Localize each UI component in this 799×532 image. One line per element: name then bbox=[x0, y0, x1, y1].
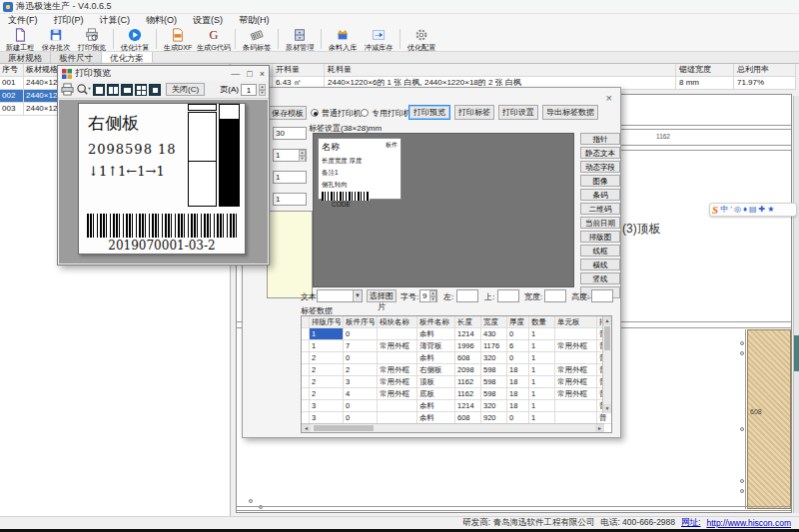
column-header[interactable]: 数量 bbox=[529, 316, 555, 327]
label-setting-input-2[interactable]: 1 bbox=[273, 171, 307, 184]
tool-button-3[interactable]: 图像 bbox=[580, 175, 620, 187]
website-link[interactable]: http://www.hiscon.com bbox=[706, 518, 791, 528]
column-header[interactable]: 板件名称 bbox=[417, 316, 455, 327]
text-combobox[interactable]: ▼ bbox=[317, 289, 363, 302]
tool-button-8[interactable]: 线框 bbox=[580, 245, 620, 257]
toolbar-button-material-manage[interactable]: 原材管理 bbox=[282, 27, 318, 51]
label-setting-input-3[interactable]: 1 bbox=[273, 193, 307, 206]
scroll-up-icon[interactable]: ▲ bbox=[603, 316, 611, 325]
toolbar-button-offcut-inbound[interactable]: 余料入库 bbox=[325, 27, 361, 51]
ime-toolbar[interactable]: S 中’◎♦▤✚★ bbox=[709, 203, 797, 217]
print-settings-button[interactable]: 打印设置 bbox=[498, 105, 538, 120]
tool-button-4[interactable]: 条码 bbox=[580, 189, 620, 201]
label-setting-input-0[interactable]: 30 bbox=[273, 127, 307, 140]
column-header[interactable]: 排版序号 bbox=[310, 316, 344, 327]
zoom-dropdown-icon[interactable] bbox=[76, 83, 91, 96]
top-input[interactable] bbox=[497, 289, 519, 302]
col-utilization[interactable]: 总利用率 bbox=[734, 64, 796, 76]
print-preview-button[interactable]: 打印预览 bbox=[408, 105, 450, 120]
menu-item-2[interactable]: 计算(C) bbox=[92, 14, 139, 27]
drawing-vscrollbar[interactable] bbox=[793, 96, 799, 513]
tool-button-5[interactable]: 二维码 bbox=[580, 203, 620, 215]
column-header[interactable]: 单元板 bbox=[555, 316, 597, 327]
column-header[interactable]: 模块名称 bbox=[378, 316, 417, 327]
tool-button-1[interactable]: 静态文本 bbox=[580, 147, 620, 159]
template-note-field[interactable]: 备注1 bbox=[322, 168, 392, 177]
scroll-right-icon[interactable]: ► bbox=[595, 424, 604, 432]
label-data-row-6[interactable]: 30余料1214320181普 bbox=[302, 400, 611, 412]
tool-button-0[interactable]: 指针 bbox=[580, 133, 620, 145]
tool-button-10[interactable]: 竖线 bbox=[580, 272, 620, 284]
toolbar-button-new-project[interactable]: 新建工程 bbox=[2, 27, 38, 51]
label-data-row-1[interactable]: 17常用外框薄背板1996117661常用外框普 bbox=[302, 340, 611, 352]
close-icon[interactable]: × bbox=[260, 69, 265, 79]
label-design-canvas[interactable]: 名称 板件 长度宽度 厚度 备注1 侧孔转向 CODE bbox=[313, 133, 574, 287]
normal-printer-radio[interactable]: 普通打印机 bbox=[311, 106, 362, 120]
width-input[interactable] bbox=[544, 289, 566, 302]
fit-width-view-icon[interactable] bbox=[121, 84, 133, 96]
template-code-field[interactable]: CODE bbox=[322, 201, 398, 208]
toolbar-button-barcode-label[interactable]: 条码标签 bbox=[239, 27, 275, 51]
stepper-arrows-icon[interactable]: ▲▼ bbox=[299, 150, 306, 161]
scrollbar-thumb[interactable] bbox=[314, 425, 374, 431]
print-icon[interactable] bbox=[61, 83, 74, 96]
col-kerf-width[interactable]: 锯缝宽度 bbox=[676, 64, 734, 76]
export-label-data-button[interactable]: 导出标签数据 bbox=[542, 105, 598, 120]
save-template-button[interactable]: 保存模板 bbox=[269, 106, 307, 120]
template-layout-field[interactable]: 板件 bbox=[386, 141, 398, 150]
menu-item-5[interactable]: 帮助(H) bbox=[231, 14, 278, 27]
scroll-down-icon[interactable]: ▼ bbox=[603, 404, 611, 413]
label-setting-input-1[interactable]: 1▲▼ bbox=[273, 149, 307, 162]
full-page-view-icon[interactable] bbox=[149, 84, 161, 96]
menu-item-0[interactable]: 文件(F) bbox=[0, 14, 46, 27]
label-data-row-0[interactable]: 10余料121443001普 bbox=[302, 328, 611, 340]
menu-item-3[interactable]: 物料(O) bbox=[138, 14, 185, 27]
tab-2[interactable]: 优化方案 bbox=[102, 52, 153, 63]
label-data-row-2[interactable]: 20余料60832001普 bbox=[302, 352, 611, 364]
template-holes-field[interactable]: 侧孔转向 bbox=[322, 180, 392, 189]
tool-button-9[interactable]: 横线 bbox=[580, 259, 620, 270]
label-data-row-3[interactable]: 22常用外框右侧板2098598181常用外框普 bbox=[302, 364, 611, 376]
toolbar-button-generate-gcode[interactable]: G生成G代码 bbox=[196, 27, 232, 51]
maximize-icon[interactable]: □ bbox=[247, 69, 252, 79]
column-header[interactable]: 厚度 bbox=[507, 316, 529, 327]
page-stepper-icon[interactable]: ▲▼ bbox=[259, 84, 266, 96]
left-input[interactable] bbox=[456, 289, 478, 302]
stepper-arrows-icon[interactable]: ▲▼ bbox=[429, 290, 436, 301]
toolbar-button-save-batch[interactable]: 保存批次 bbox=[38, 27, 74, 51]
dialog-close-icon[interactable]: × bbox=[606, 92, 612, 104]
offcut-panel[interactable] bbox=[747, 329, 791, 509]
col-serial[interactable]: 序号 bbox=[0, 64, 24, 76]
column-header[interactable]: 宽度 bbox=[481, 316, 507, 327]
font-size-stepper[interactable]: 9 ▲▼ bbox=[419, 289, 437, 302]
scrollbar-thumb[interactable] bbox=[604, 326, 610, 350]
zh-mode-icon[interactable]: 中 bbox=[720, 204, 728, 216]
template-dims-field[interactable]: 长度宽度 厚度 bbox=[322, 156, 392, 165]
preview-close-button[interactable]: 关闭(C) bbox=[166, 83, 205, 96]
emoji-icon[interactable]: ◎ bbox=[734, 204, 741, 216]
two-page-view-icon[interactable] bbox=[107, 84, 119, 96]
toolbar-button-print-preview[interactable]: 打印预览 bbox=[74, 27, 110, 51]
table-vscrollbar[interactable]: ▲▼ bbox=[602, 316, 611, 413]
special-printer-radio[interactable]: 专用打印机 bbox=[361, 106, 411, 120]
tool-button-7[interactable]: 排版图 bbox=[580, 231, 620, 243]
template-name-field[interactable]: 名称 bbox=[322, 142, 340, 152]
menu-item-4[interactable]: 设置(S) bbox=[185, 14, 231, 27]
mic-icon[interactable]: ♦ bbox=[743, 204, 747, 216]
col-material-used[interactable]: 耗料量 bbox=[325, 64, 676, 76]
col-cut-amount[interactable]: 开料量 bbox=[273, 64, 325, 76]
skin-icon[interactable]: ★ bbox=[767, 204, 774, 216]
label-data-row-5[interactable]: 24常用外框底板1162598181常用外框普 bbox=[302, 388, 611, 400]
page-number-input[interactable]: 1 bbox=[241, 84, 257, 96]
template-barcode-icon[interactable] bbox=[322, 192, 370, 201]
column-header[interactable]: 板件序号 bbox=[344, 316, 378, 327]
menu-item-1[interactable]: 打印(P) bbox=[46, 14, 92, 27]
toolbar-button-optimize-calc[interactable]: 优化计算 bbox=[117, 27, 153, 51]
apostrophe-icon[interactable]: ’ bbox=[730, 204, 732, 216]
minimize-icon[interactable]: — bbox=[231, 69, 240, 79]
tab-1[interactable]: 板件尺寸 bbox=[51, 52, 102, 63]
table-hscrollbar[interactable]: ◄► bbox=[302, 423, 604, 432]
ime-logo-icon[interactable]: S bbox=[712, 204, 718, 216]
height-input[interactable] bbox=[591, 289, 613, 302]
toolbox-icon[interactable]: ✚ bbox=[759, 204, 766, 216]
